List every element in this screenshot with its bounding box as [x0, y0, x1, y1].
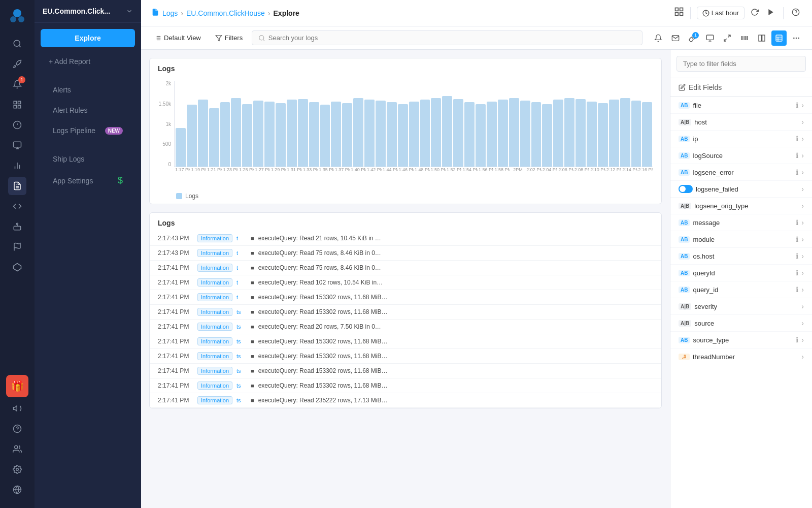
- table-toolbar-icon[interactable]: [771, 30, 787, 46]
- field-item[interactable]: A|B logsene_orig_type ›: [670, 198, 812, 214]
- table-row[interactable]: 2:17:41 PM Information ts ■ executeQuery…: [150, 349, 661, 364]
- field-item[interactable]: .# threadNumber ›: [670, 348, 812, 365]
- table-row[interactable]: 2:17:41 PM Information t ■ executeQuery:…: [150, 275, 661, 290]
- table-row[interactable]: 2:17:41 PM Information ts ■ executeQuery…: [150, 378, 661, 393]
- field-item[interactable]: AB file ℹ ›: [670, 97, 812, 114]
- table-row[interactable]: 2:17:41 PM Information ts ■ executeQuery…: [150, 334, 661, 349]
- rocket-sidebar-icon[interactable]: [8, 55, 26, 73]
- field-item[interactable]: logsene_failed ›: [670, 181, 812, 198]
- speaker-sidebar-icon[interactable]: [8, 399, 26, 418]
- field-chevron-icon[interactable]: ›: [801, 218, 804, 227]
- field-chevron-icon[interactable]: ›: [801, 235, 804, 243]
- field-chevron-icon[interactable]: ›: [801, 302, 804, 310]
- field-info-icon[interactable]: ℹ: [796, 151, 798, 160]
- app-logo[interactable]: [6, 5, 28, 27]
- team-sidebar-icon[interactable]: [8, 440, 26, 458]
- alerts-nav-item[interactable]: Alerts: [39, 81, 137, 99]
- filter-fields-input[interactable]: [676, 56, 806, 72]
- filters-button[interactable]: Filters: [210, 31, 248, 44]
- hexagon-sidebar-icon[interactable]: [8, 258, 26, 276]
- edit-fields-button[interactable]: Edit Fields: [670, 78, 812, 97]
- field-item[interactable]: AB source_type ℹ ›: [670, 332, 812, 348]
- help-sidebar-icon[interactable]: [8, 420, 26, 438]
- default-view-button[interactable]: Default View: [149, 31, 206, 44]
- field-chevron-icon[interactable]: ›: [801, 101, 804, 109]
- field-chevron-icon[interactable]: ›: [801, 118, 804, 126]
- ship-logs-nav-item[interactable]: Ship Logs: [39, 150, 137, 168]
- time-selector[interactable]: Last hour: [697, 7, 745, 19]
- field-chevron-icon[interactable]: ›: [801, 336, 804, 344]
- nav-header[interactable]: EU.Common.Click...: [35, 0, 141, 23]
- field-info-icon[interactable]: ℹ: [796, 235, 798, 243]
- table-row[interactable]: 2:17:41 PM Information ts ■ executeQuery…: [150, 393, 661, 408]
- field-item[interactable]: AB logSource ℹ ›: [670, 147, 812, 164]
- field-item[interactable]: AB message ℹ ›: [670, 214, 812, 231]
- field-chevron-icon[interactable]: ›: [801, 135, 804, 143]
- table-row[interactable]: 2:17:41 PM Information ts ■ executeQuery…: [150, 364, 661, 378]
- field-chevron-icon[interactable]: ›: [801, 252, 804, 260]
- field-info-icon[interactable]: ℹ: [796, 285, 798, 294]
- field-chevron-icon[interactable]: ›: [801, 185, 804, 193]
- monitor-toolbar-icon[interactable]: [702, 30, 718, 46]
- refresh-button[interactable]: [749, 6, 761, 20]
- bell-toolbar-icon[interactable]: [651, 30, 666, 46]
- field-info-icon[interactable]: ℹ: [796, 135, 798, 143]
- columns-toolbar-icon[interactable]: [754, 30, 769, 46]
- help-button[interactable]: [790, 6, 802, 20]
- table-row[interactable]: 2:17:41 PM Information t ■ executeQuery:…: [150, 261, 661, 275]
- flag-sidebar-icon[interactable]: [8, 238, 26, 256]
- field-item[interactable]: AB query_id ℹ ›: [670, 281, 812, 298]
- warning-sidebar-icon[interactable]: [8, 116, 26, 134]
- robot-sidebar-icon[interactable]: [8, 217, 26, 236]
- field-info-icon[interactable]: ℹ: [796, 218, 798, 227]
- grid-sidebar-icon[interactable]: [8, 96, 26, 114]
- table-row[interactable]: 2:17:43 PM Information t ■ executeQuery:…: [150, 246, 661, 261]
- logs-sidebar-icon[interactable]: [8, 177, 26, 195]
- field-item[interactable]: AB ip ℹ ›: [670, 131, 812, 147]
- field-item[interactable]: A|B severity ›: [670, 298, 812, 315]
- breadcrumb-logs[interactable]: Logs: [162, 9, 178, 17]
- field-item[interactable]: AB os.host ℹ ›: [670, 248, 812, 265]
- expand-toolbar-icon[interactable]: [720, 30, 735, 46]
- link-toolbar-icon[interactable]: 1: [685, 30, 700, 46]
- field-item[interactable]: AB module ℹ ›: [670, 231, 812, 248]
- field-info-icon[interactable]: ℹ: [796, 101, 798, 109]
- table-row[interactable]: 2:17:43 PM Information t ■ executeQuery:…: [150, 231, 661, 246]
- field-chevron-icon[interactable]: ›: [801, 151, 804, 160]
- monitor-sidebar-icon[interactable]: [8, 136, 26, 154]
- field-item[interactable]: AB queryId ℹ ›: [670, 265, 812, 281]
- field-item[interactable]: A|B host ›: [670, 114, 812, 131]
- code-sidebar-icon[interactable]: [8, 197, 26, 215]
- mail-toolbar-icon[interactable]: [668, 30, 683, 46]
- chart-sidebar-icon[interactable]: [8, 156, 26, 175]
- field-chevron-icon[interactable]: ›: [801, 168, 804, 176]
- globe-sidebar-icon[interactable]: [8, 481, 26, 499]
- field-chevron-icon[interactable]: ›: [801, 353, 804, 361]
- field-info-icon[interactable]: ℹ: [796, 336, 798, 344]
- alert-sidebar-icon[interactable]: 1: [8, 75, 26, 93]
- field-info-icon[interactable]: ℹ: [796, 168, 798, 176]
- search-sidebar-icon[interactable]: [8, 35, 26, 53]
- alert-rules-nav-item[interactable]: Alert Rules: [39, 101, 137, 119]
- explore-button[interactable]: Explore: [41, 29, 135, 47]
- field-chevron-icon[interactable]: ›: [801, 202, 804, 210]
- table-row[interactable]: 2:17:41 PM Information t ■ executeQuery:…: [150, 290, 661, 305]
- search-input[interactable]: [268, 34, 636, 42]
- breadcrumb-source[interactable]: EU.Common.ClickHouse: [186, 9, 265, 17]
- play-button[interactable]: [765, 6, 777, 20]
- field-item[interactable]: A|B source ›: [670, 315, 812, 332]
- gift-button[interactable]: 🎁: [6, 375, 28, 397]
- settings-sidebar-icon[interactable]: [8, 460, 26, 479]
- field-chevron-icon[interactable]: ›: [801, 285, 804, 294]
- more-toolbar-icon[interactable]: [789, 30, 804, 46]
- field-info-icon[interactable]: ℹ: [796, 269, 798, 277]
- table-row[interactable]: 2:17:41 PM Information ts ■ executeQuery…: [150, 320, 661, 334]
- field-chevron-icon[interactable]: ›: [801, 319, 804, 327]
- field-item[interactable]: AB logsene_error ℹ ›: [670, 164, 812, 181]
- add-report-button[interactable]: + Add Report: [41, 53, 135, 70]
- table-row[interactable]: 2:17:41 PM Information ts ■ executeQuery…: [150, 305, 661, 320]
- apps-icon[interactable]: [674, 7, 684, 19]
- app-settings-nav-item[interactable]: App Settings $: [39, 170, 137, 191]
- field-info-icon[interactable]: ℹ: [796, 252, 798, 260]
- logs-pipeline-nav-item[interactable]: Logs Pipeline NEW: [39, 121, 137, 140]
